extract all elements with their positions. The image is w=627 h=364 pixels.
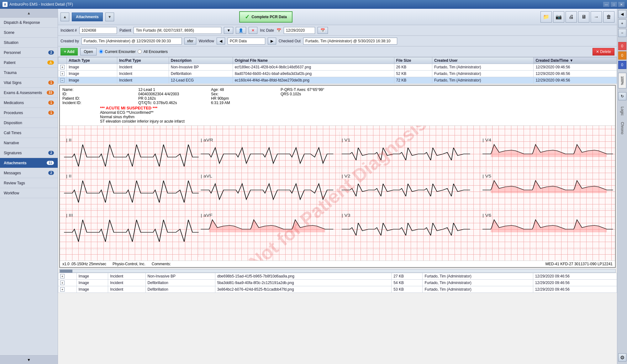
close-button[interactable]: ✕ <box>618 2 624 7</box>
col-original-file-name[interactable]: Original File Name <box>233 57 394 64</box>
ecg-incident-id-label: Incident ID: <box>62 101 82 105</box>
sidebar-item-workflow[interactable]: Workflow <box>0 188 58 198</box>
svg-marker-12 <box>491 145 607 157</box>
trash-icon-button[interactable]: 🗑 <box>603 11 614 23</box>
incdate-calendar-button[interactable]: 📅 <box>318 27 328 34</box>
ecg-footer-right: MED-41 KFD-27 3011371-090 LP12241 <box>545 262 613 266</box>
sidebar-item-calltimes[interactable]: Call Times <box>0 128 58 138</box>
sidebar-item-disposition[interactable]: Disposition <box>0 118 58 128</box>
ecg-abnormal-text: Abnormal ECG **Unconfirmed** <box>100 110 154 115</box>
patient-action-button1[interactable]: 👤 <box>236 27 246 34</box>
row-expand-button[interactable]: + <box>60 65 65 69</box>
col-description[interactable]: Description <box>169 57 233 64</box>
ecg-name-label: Name: <box>62 87 73 92</box>
incident-input[interactable] <box>79 27 117 34</box>
ecg-sex-label: Sex: <box>211 92 219 96</box>
window-controls[interactable]: — □ ✕ <box>603 2 624 7</box>
svg-text:| V6: | V6 <box>482 213 491 218</box>
minimize-button[interactable]: — <box>603 2 609 7</box>
maximize-button[interactable]: □ <box>611 2 617 7</box>
sidebar-item-personnel[interactable]: Personnel 2 <box>0 48 58 58</box>
sidebar-item-exams[interactable]: Exams & Assessments 33 <box>0 88 58 98</box>
table-row[interactable]: + Image Incident Defibrillation 5ba3dd81… <box>58 280 617 286</box>
createdby-input <box>82 38 182 45</box>
svg-text:| V5: | V5 <box>482 174 491 178</box>
nav-down-button[interactable]: ▼ <box>105 13 114 21</box>
table-row[interactable]: + Image Incident Defibrillation 3e864bc2… <box>58 286 617 293</box>
blue-counter-button[interactable]: 0 <box>618 61 626 69</box>
current-encounter-radio[interactable] <box>99 50 103 54</box>
sidebar-item-reviewtags[interactable]: Review Tags <box>0 178 58 188</box>
main-toolbar: ▲ Attachments ▼ ✓ Complete PCR Data 📁 📷 … <box>58 9 617 25</box>
sidebar-item-trauma[interactable]: Trauma <box>0 68 58 78</box>
ecg-hr-label: HR 90bpm <box>211 96 229 101</box>
sidebar-item-messages[interactable]: Messages 2 <box>0 168 58 178</box>
patient-action-button2[interactable]: ✕ <box>249 27 257 34</box>
row-expand-button[interactable]: + <box>60 287 65 292</box>
row-expand-button[interactable]: + <box>60 281 65 285</box>
logic-label[interactable]: Logic <box>620 105 624 117</box>
col-created-user[interactable]: Created User <box>432 57 534 64</box>
row-expand-button[interactable]: − <box>60 78 65 82</box>
col-attach-type[interactable]: Attach Type <box>67 57 117 64</box>
sidebar-item-scene[interactable]: Scene <box>0 28 58 38</box>
sidebar-item-vitalsigns[interactable]: Vital Signs 1 <box>0 78 58 88</box>
sidebar-item-dispatch[interactable]: Dispatch & Response <box>0 18 58 28</box>
row-expand-button[interactable]: + <box>60 274 65 278</box>
table-row[interactable]: − Image Incident 12-Lead ECG ec160c44-4f… <box>58 77 617 84</box>
sidebar-item-signatures[interactable]: Signatures 2 <box>0 148 58 158</box>
section-label-button[interactable]: Attachments <box>72 13 103 21</box>
ecg-pqrs-value: 67°65°99° <box>307 87 324 92</box>
camera-icon-button[interactable]: 📷 <box>553 11 564 23</box>
attachments-table-bottom: + Image Incident Non-Invasive BP dbe698b… <box>58 273 617 293</box>
col-created-date[interactable]: Created Date/Time ▼ <box>534 57 617 64</box>
table-row[interactable]: + Image Incident Non-Invasive BP ecf189e… <box>58 64 617 71</box>
workflow-back-button[interactable]: ◀ <box>217 38 225 45</box>
sidebar-item-situation[interactable]: Situation <box>0 38 58 48</box>
svg-text:| V3: | V3 <box>342 213 350 218</box>
red-counter-button[interactable]: 0 <box>618 42 626 50</box>
checkedout-label: Checked Out <box>279 39 301 43</box>
table-row[interactable]: + Image Incident Defibrillation 8ad0704d… <box>58 71 617 77</box>
complete-pcr-button[interactable]: ✓ Complete PCR Data <box>239 11 292 23</box>
incdate-input[interactable] <box>284 27 315 34</box>
sidebar-item-patient[interactable]: Patient ⚠ <box>0 58 58 68</box>
sidebar-collapse-button[interactable]: ▲ <box>0 9 58 18</box>
zoom-plus-button[interactable]: + <box>618 19 626 28</box>
print-icon-button[interactable]: 🖨 <box>566 11 577 23</box>
delete-button[interactable]: ✕ Delete <box>593 48 614 55</box>
settings-button[interactable]: ⚙ <box>618 353 626 361</box>
ecg-id-date: 4/4/2003 <box>164 92 179 96</box>
chrono-label[interactable]: Chrono <box>620 121 624 135</box>
add-button[interactable]: + Add <box>61 48 78 55</box>
procedures-badge: 1 <box>48 111 54 115</box>
sidebar-item-procedures[interactable]: Procedures 1 <box>0 108 58 118</box>
col-inc-pat-type[interactable]: Inc/Pat Type <box>117 57 169 64</box>
row-expand-button[interactable]: + <box>60 71 65 76</box>
folder-icon-button[interactable]: 📁 <box>540 11 552 23</box>
svg-marker-13 <box>491 181 607 193</box>
workflow-forward-button[interactable]: ▶ <box>268 38 276 45</box>
patient-select-button[interactable]: ▼ <box>224 27 233 34</box>
arrow-icon-button[interactable]: → <box>591 11 602 23</box>
ecg-footer: x1.0 .05-150Hz 25mm/sec Physio-Control, … <box>60 261 615 267</box>
orange-counter-button[interactable]: 0 <box>618 51 626 60</box>
patient-input[interactable] <box>134 27 221 34</box>
table-row[interactable]: + Image Incident Non-Invasive BP dbe698b… <box>58 273 617 280</box>
monitor-icon-button[interactable]: 🖥 <box>578 11 589 23</box>
col-file-size[interactable]: File Size <box>394 57 432 64</box>
xfer-button[interactable]: xfer <box>184 38 196 45</box>
sidebar-item-medications[interactable]: Medications 1 <box>0 98 58 108</box>
sidebar-item-attachments[interactable]: Attachments 11 <box>0 158 58 168</box>
percent-button[interactable]: 100% <box>618 73 626 88</box>
patient-label: Patient <box>119 28 131 33</box>
collapse-right-button[interactable]: ◀ <box>618 10 626 18</box>
ecg-svg: | II | aVR | V1 | V4 | II | aVL | V2 | V… <box>60 126 615 261</box>
open-button[interactable]: Open <box>80 48 96 55</box>
sidebar-item-narrative[interactable]: Narrative <box>0 138 58 148</box>
nav-up-button[interactable]: ▲ <box>61 13 69 21</box>
all-encounters-radio[interactable] <box>138 50 142 54</box>
zoom-minus-button[interactable]: − <box>618 29 626 37</box>
sidebar-expand-button[interactable]: ▼ <box>0 355 58 364</box>
refresh-button[interactable]: ↻ <box>618 92 626 100</box>
